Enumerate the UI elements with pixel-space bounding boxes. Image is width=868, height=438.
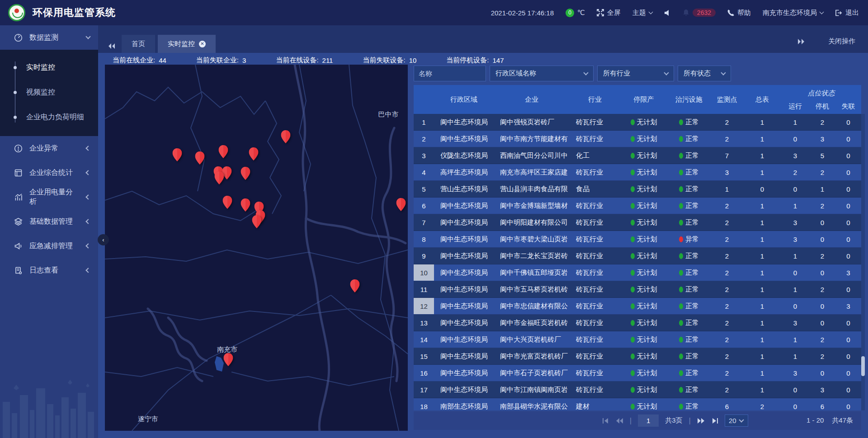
org-dropdown[interactable]: 南充市生态环境局 bbox=[763, 9, 823, 17]
cell-company: 南部县砌华水泥有限公 bbox=[494, 398, 570, 410]
sidebar-item-base-data-management[interactable]: 基础数据管理 bbox=[0, 209, 98, 234]
table-row[interactable]: 15阆中生态环境局阆中市光富页岩机砖厂砖瓦行业无计划正常21120 bbox=[414, 348, 861, 365]
region-filter-select[interactable]: 行政区域名称 bbox=[490, 66, 594, 81]
sidebar-item-enterprise-abnormal[interactable]: 企业异常 bbox=[0, 136, 98, 160]
map-marker-pin[interactable] bbox=[396, 198, 406, 211]
table-row[interactable]: 17阆中生态环境局阆中市江南镇阆南页岩砖瓦行业无计划正常21030 bbox=[414, 381, 861, 398]
help-button[interactable]: 帮助 bbox=[727, 9, 751, 17]
logout-button[interactable]: 退出 bbox=[835, 9, 859, 17]
stat-lost-companies: 当前失联企业:3 bbox=[196, 56, 246, 65]
table-row[interactable]: 1阆中生态环境局阆中强锐页岩砖厂砖瓦行业无计划正常21120 bbox=[414, 114, 861, 131]
map-marker-pin[interactable] bbox=[195, 151, 204, 165]
map-marker-pin[interactable] bbox=[218, 145, 228, 158]
table-row[interactable]: 4高坪生态环境局南充市高坪区王家店建砖瓦行业无计划正常31220 bbox=[414, 164, 861, 181]
cell-meters: 1 bbox=[743, 248, 781, 264]
cell-industry: 砖瓦行业 bbox=[570, 348, 620, 364]
cell-stop: 2 bbox=[809, 198, 835, 214]
cell-company: 阆中市枣碧大梁山页岩 bbox=[494, 231, 570, 247]
table-row[interactable]: 11阆中生态环境局阆中市五马桥页岩机砖砖瓦行业无计划正常21120 bbox=[414, 281, 861, 298]
row-index: 17 bbox=[414, 381, 434, 398]
page-number-input[interactable] bbox=[638, 414, 659, 427]
table-row[interactable]: 16阆中生态环境局阆中市石子页岩机砖厂砖瓦行业无计划正常21300 bbox=[414, 365, 861, 381]
sidebar-item-video-monitoring[interactable]: 视频监控 bbox=[0, 80, 98, 105]
sidebar-item-emergency-reduction[interactable]: 应急减排管理 bbox=[0, 234, 98, 258]
cell-stop: 0 bbox=[809, 264, 835, 281]
tab-home[interactable]: 首页 bbox=[122, 35, 155, 53]
stat-online-companies: 当前在线企业:44 bbox=[113, 56, 166, 65]
cell-region: 营山生态环境局 bbox=[434, 181, 494, 197]
map-marker-pin[interactable] bbox=[281, 130, 290, 143]
close-icon[interactable]: ✕ bbox=[199, 41, 206, 47]
scrollbar-thumb[interactable] bbox=[861, 356, 865, 376]
notification-area[interactable]: 2632 bbox=[683, 9, 716, 17]
cell-industry: 建材 bbox=[570, 398, 620, 410]
row-index: 5 bbox=[414, 181, 434, 197]
close-operations-button[interactable]: 关闭操作 bbox=[828, 37, 855, 46]
table-row[interactable]: 7阆中生态环境局阆中明阳建材有限公司砖瓦行业无计划正常21300 bbox=[414, 214, 861, 231]
status-filter-select[interactable]: 所有状态 bbox=[678, 66, 731, 81]
table-row[interactable]: 6阆中生态环境局阆中市金博瑞新型墙材砖瓦行业无计划正常21120 bbox=[414, 198, 861, 214]
first-page-button[interactable] bbox=[602, 418, 609, 424]
map-marker-pin[interactable] bbox=[249, 147, 258, 160]
table-row[interactable]: 5营山生态环境局营山县润丰肉食品有限食品无计划正常10010 bbox=[414, 181, 861, 198]
name-filter-input[interactable] bbox=[414, 66, 486, 81]
cell-facility-status: 正常 bbox=[667, 147, 711, 164]
tabs-scroll-right-button[interactable] bbox=[797, 38, 805, 45]
cell-points: 2 bbox=[711, 264, 743, 281]
map-marker-pin[interactable] bbox=[223, 353, 233, 366]
table-row[interactable]: 2阆中生态环境局阆中市南方节能建材有砖瓦行业无计划正常21030 bbox=[414, 131, 861, 147]
row-index: 3 bbox=[414, 147, 434, 164]
map-marker-pin[interactable] bbox=[173, 148, 182, 161]
chevron-left-icon bbox=[85, 194, 90, 199]
table-scrollbar[interactable] bbox=[861, 114, 865, 410]
table-row[interactable]: 13阆中生态环境局阆中市金福旺页岩机砖砖瓦行业无计划正常21300 bbox=[414, 315, 861, 331]
map-marker-pin[interactable] bbox=[241, 198, 250, 212]
layers-icon bbox=[14, 217, 23, 226]
sidebar-item-log-view[interactable]: 日志查看 bbox=[0, 258, 98, 283]
mute-button[interactable] bbox=[664, 9, 671, 16]
table-row[interactable]: 10阆中生态环境局阆中千佛镇五郎垭页岩砖瓦行业无计划正常21003 bbox=[414, 264, 861, 281]
tab-label: 首页 bbox=[132, 35, 145, 53]
map-marker-pin[interactable] bbox=[222, 196, 232, 209]
theme-dropdown[interactable]: 主题 bbox=[632, 9, 652, 17]
last-page-button[interactable] bbox=[711, 418, 718, 424]
industry-filter-select[interactable]: 所有行业 bbox=[597, 66, 674, 81]
sidebar-item-label: 基础数据管理 bbox=[29, 217, 78, 226]
cell-facility-status: 正常 bbox=[667, 348, 711, 364]
sidebar-submenu: 实时监控 视频监控 企业电力负荷明细 bbox=[0, 50, 98, 136]
cell-points: 2 bbox=[711, 214, 743, 231]
table-row[interactable]: 3仪陇生态环境局西南油气田分公司川中化工无计划正常71350 bbox=[414, 147, 861, 164]
column-header-index bbox=[414, 85, 434, 114]
tabs-scroll-left-button[interactable] bbox=[108, 43, 115, 49]
cell-lost: 0 bbox=[835, 248, 861, 264]
gauge-icon bbox=[14, 33, 23, 42]
sidebar-item-power-usage-analysis[interactable]: 企业用电量分析 bbox=[0, 185, 98, 209]
cell-run: 0 bbox=[781, 131, 809, 147]
table-row[interactable]: 14阆中生态环境局阆中大兴页岩机砖厂砖瓦行业无计划正常21120 bbox=[414, 331, 861, 348]
sidebar-collapse-button[interactable]: ‹ bbox=[98, 234, 109, 245]
table-row[interactable]: 18南部生态环境局南部县砌华水泥有限公建材无计划正常62060 bbox=[414, 398, 861, 410]
cell-company: 阆中市江南镇阆南页岩 bbox=[494, 381, 570, 398]
map-marker-pin[interactable] bbox=[252, 215, 261, 228]
fullscreen-button[interactable]: 全屏 bbox=[597, 9, 621, 17]
cell-stop: 5 bbox=[809, 147, 835, 164]
tab-realtime-monitoring[interactable]: 实时监控 ✕ bbox=[158, 35, 216, 53]
sidebar-item-power-load-detail[interactable]: 企业电力负荷明细 bbox=[0, 105, 98, 130]
cell-points: 2 bbox=[711, 231, 743, 247]
next-page-button[interactable] bbox=[697, 418, 705, 424]
map-marker-pin[interactable] bbox=[241, 167, 250, 180]
cell-run: 3 bbox=[781, 147, 809, 164]
status-dot-green bbox=[679, 220, 683, 226]
sidebar-item-data-monitoring[interactable]: 数据监测 bbox=[0, 25, 98, 50]
map-panel[interactable]: 巴中市南充市遂宁市 bbox=[105, 65, 408, 431]
sidebar-item-realtime-monitoring[interactable]: 实时监控 bbox=[0, 55, 98, 80]
prev-page-button[interactable] bbox=[616, 418, 623, 424]
table-row[interactable]: 9阆中生态环境局阆中市二龙长宝页岩砖砖瓦行业无计划正常21120 bbox=[414, 248, 861, 264]
page-size-select[interactable]: 20 bbox=[725, 414, 748, 427]
table-row[interactable]: 8阆中生态环境局阆中市枣碧大梁山页岩砖瓦行业无计划异常21300 bbox=[414, 231, 861, 248]
sidebar-item-label: 日志查看 bbox=[29, 266, 78, 275]
sidebar-item-enterprise-statistics[interactable]: 企业综合统计 bbox=[0, 160, 98, 185]
map-marker-pin[interactable] bbox=[350, 279, 359, 292]
table-row[interactable]: 12阆中生态环境局阆中市忠信建材有限公砖瓦行业无计划正常21003 bbox=[414, 298, 861, 315]
map-marker-pin[interactable] bbox=[215, 171, 224, 184]
